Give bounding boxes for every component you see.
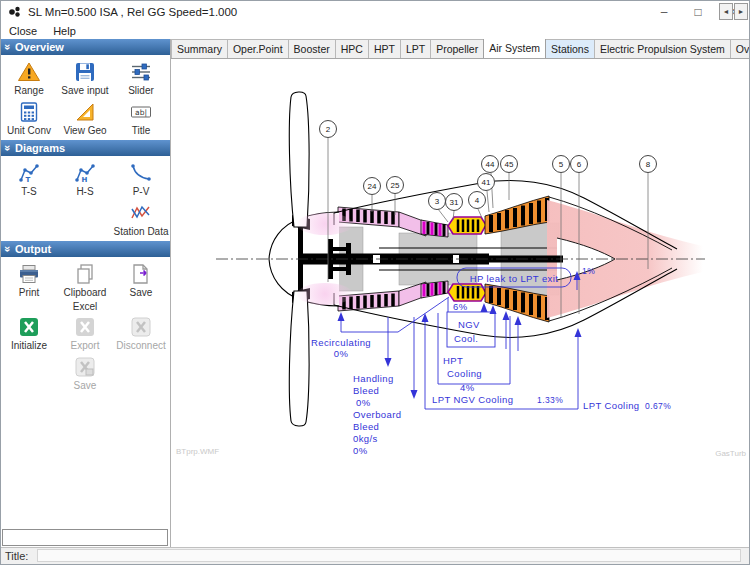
svg-text:0kg/s: 0kg/s: [353, 433, 378, 444]
sidebar-item-excel-save: Save: [58, 353, 112, 393]
item-label: View Geo: [63, 125, 106, 136]
svg-text:Cool.: Cool.: [454, 333, 478, 344]
svg-text:Bleed: Bleed: [353, 385, 379, 396]
tab-electric-propulsion[interactable]: Electric Propulsion System: [594, 39, 731, 58]
svg-text:LPT NGV Cooling: LPT NGV Cooling: [432, 394, 513, 405]
watermark-left: BTprp.WMF: [176, 447, 219, 456]
svg-text:H: H: [82, 176, 88, 184]
status-title-field: [37, 549, 741, 562]
item-label: Print: [19, 287, 40, 298]
sidebar-item-clipboard[interactable]: Clipboard: [58, 260, 112, 300]
tab-lpt[interactable]: LPT: [400, 39, 431, 58]
item-label: Slider: [128, 85, 154, 96]
sidebar-item-pv[interactable]: P-V: [114, 159, 168, 199]
panel-title: Overview: [15, 39, 64, 55]
pv-chart-icon: [129, 161, 153, 185]
tab-scroll-right-icon[interactable]: ►: [734, 3, 748, 20]
sidebar-item-print[interactable]: Print: [2, 260, 56, 300]
tab-hpc[interactable]: HPC: [335, 39, 369, 58]
sidebar-item-excel-initialize[interactable]: Initialize: [2, 313, 56, 353]
sidebar-item-unit-conv[interactable]: Unit Conv: [2, 98, 56, 138]
tab-scroll-left-icon[interactable]: ◄: [719, 3, 733, 20]
item-label: T-S: [21, 186, 37, 197]
item-label: P-V: [133, 186, 150, 197]
svg-text:4: 4: [475, 196, 480, 205]
sidebar-item-save-input[interactable]: Save input: [58, 58, 112, 98]
svg-text:4%: 4%: [460, 382, 475, 393]
window-title: SL Mn=0.500 ISA , Rel GG Speed=1.000: [28, 6, 647, 18]
tab-oper-point[interactable]: Oper.Point: [227, 39, 289, 58]
tab-hpt[interactable]: HPT: [368, 39, 401, 58]
collapse-chevron-icon: »: [0, 242, 16, 256]
svg-text:8: 8: [646, 160, 651, 169]
svg-text:Bleed: Bleed: [353, 421, 379, 432]
svg-text:2: 2: [326, 125, 331, 134]
item-label: Export: [71, 340, 100, 351]
tab-propeller[interactable]: Propeller: [430, 39, 484, 58]
svg-text:41: 41: [482, 178, 491, 187]
menu-close[interactable]: Close: [1, 25, 45, 37]
sliders-icon: [129, 60, 153, 84]
sidebar-item-excel-disconnect: Disconnect: [114, 313, 168, 353]
svg-text:45: 45: [505, 160, 514, 169]
hs-chart-icon: H: [73, 161, 97, 185]
sidebar-item-slider[interactable]: Slider: [114, 58, 168, 98]
svg-text:6%: 6%: [453, 301, 468, 312]
item-label: Save: [130, 287, 153, 298]
sidebar-item-range[interactable]: Range: [2, 58, 56, 98]
excel-green-icon: [17, 315, 41, 339]
panel-header-overview[interactable]: » Overview: [1, 39, 170, 55]
text-abl-icon: ab|: [129, 100, 153, 124]
status-bar: Title:: [1, 547, 749, 564]
panel-title: Output: [15, 241, 51, 257]
sidebar-bottom-box: [2, 529, 168, 546]
svg-text:ab|: ab|: [135, 108, 147, 117]
svg-text:Overboard: Overboard: [353, 409, 401, 420]
sidebar-item-station-data[interactable]: Station Data: [114, 199, 168, 239]
tab-booster[interactable]: Booster: [288, 39, 336, 58]
sidebar-item-view-geo[interactable]: View Geo: [58, 98, 112, 138]
item-label: Disconnect: [116, 340, 165, 351]
svg-text:0%: 0%: [353, 445, 368, 456]
item-label: Save: [74, 380, 97, 391]
menu-help[interactable]: Help: [45, 25, 84, 37]
tab-overview-partial[interactable]: Ove: [730, 39, 749, 58]
excel-gray-icon: [73, 315, 97, 339]
svg-text:25: 25: [391, 181, 400, 190]
app-icon: [8, 5, 22, 19]
svg-text:0.67%: 0.67%: [645, 401, 671, 411]
svg-text:HP leak to LPT exit: HP leak to LPT exit: [470, 273, 559, 284]
engine-upper-half: [269, 92, 703, 259]
panel-header-output[interactable]: » Output: [1, 241, 170, 257]
station-data-icon: [129, 201, 153, 225]
svg-text:Handling: Handling: [353, 373, 394, 384]
calculator-icon: [17, 100, 41, 124]
svg-text:44: 44: [486, 160, 495, 169]
panel-header-diagrams[interactable]: » Diagrams: [1, 140, 170, 156]
output-items: Print Clipboard Save Excel Initialize: [1, 257, 170, 395]
sidebar-item-ts[interactable]: T T-S: [2, 159, 56, 199]
svg-text:1%: 1%: [582, 266, 595, 276]
item-label: Save input: [61, 85, 108, 96]
svg-text:NGV: NGV: [458, 319, 480, 330]
diagrams-items: T T-S H H-S P-V Station Data: [1, 156, 170, 241]
maximize-button[interactable]: □: [681, 2, 715, 23]
item-label: H-S: [76, 186, 93, 197]
minimize-button[interactable]: –: [647, 2, 681, 23]
tab-summary[interactable]: Summary: [171, 39, 228, 58]
station-leader-lines: [328, 138, 648, 318]
tab-strip: Summary Oper.Point Booster HPC HPT LPT P…: [171, 39, 749, 59]
tab-stations[interactable]: Stations: [545, 39, 595, 58]
sidebar-item-title[interactable]: ab| Title: [114, 98, 168, 138]
sidebar-item-save-file[interactable]: Save: [114, 260, 168, 300]
set-square-icon: [73, 100, 97, 124]
excel-caption: Excel: [73, 300, 97, 313]
item-label: Range: [14, 85, 43, 96]
menu-bar: Close Help: [1, 23, 749, 39]
sidebar-item-hs[interactable]: H H-S: [58, 159, 112, 199]
watermark-right: GasTurb: [715, 449, 746, 458]
tab-air-system[interactable]: Air System: [483, 39, 546, 58]
svg-text:T: T: [26, 176, 31, 184]
floppy-disk-icon: [73, 60, 97, 84]
collapse-chevron-icon: »: [0, 141, 16, 155]
